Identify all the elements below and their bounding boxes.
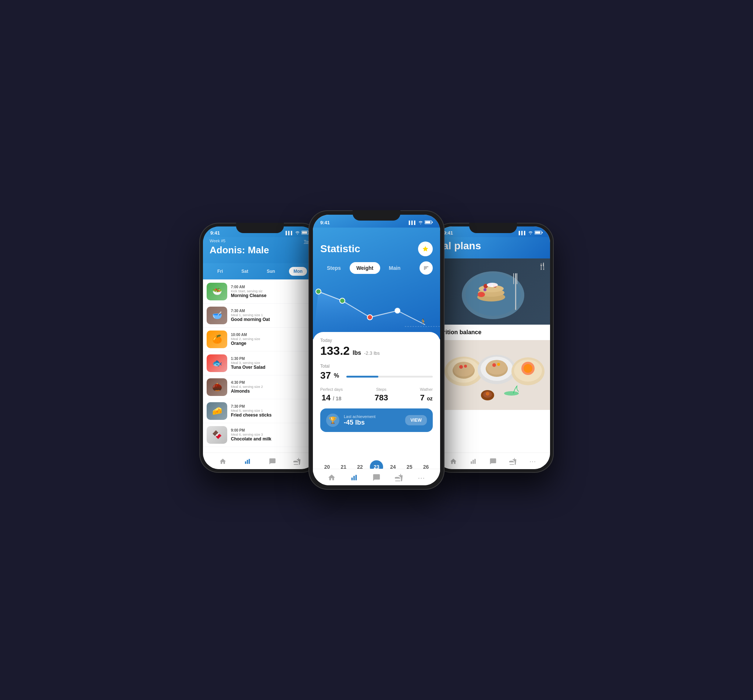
meal-thumb-1: 🥣 <box>207 306 227 324</box>
days-row: Fri Sat Sun Mon <box>203 263 317 280</box>
right-nav-chat[interactable] <box>488 456 498 466</box>
meal-time-2: 10:00 AM <box>231 333 313 337</box>
star-button[interactable] <box>418 242 433 256</box>
center-nav-more[interactable]: ··· <box>417 473 426 482</box>
wifi-icon <box>295 231 300 235</box>
day-mon[interactable]: Mon <box>289 267 307 276</box>
meal-item[interactable]: 🥣 7:30 AM Meal 1, serving size 1 Good mo… <box>203 304 317 327</box>
svg-rect-56 <box>353 476 355 480</box>
svg-point-52 <box>395 308 400 313</box>
meal-name-3: Tuna Over Salad <box>231 365 313 370</box>
nav-meals-icon[interactable] <box>292 456 302 466</box>
meal-item[interactable]: 🐟 1:30 PM Meal 3, serving size Tuna Over… <box>203 352 317 375</box>
chart-svg: 🏃 <box>313 281 440 339</box>
perfect-days-label: Perfect days <box>320 387 343 392</box>
water-stat: Wather 7 oz <box>420 387 433 403</box>
tabs-row: Steps Weight Main <box>320 261 433 275</box>
today-weight-row: Today 133.2 lbs -2.3 lbs <box>320 338 433 358</box>
achievement-text: Last achievement -45 lbs <box>344 414 401 427</box>
day-sat[interactable]: Sat <box>237 267 253 276</box>
left-bottom-nav <box>203 453 317 469</box>
total-progress-row: Total 37 % <box>320 364 433 381</box>
user-name: Adonis: Male <box>209 244 310 256</box>
svg-point-17 <box>483 288 486 291</box>
svg-rect-8 <box>542 232 543 233</box>
meal-time-1: 7:30 AM <box>231 309 313 313</box>
center-header: Statistic Steps Weight Main <box>313 228 440 339</box>
right-status-time: 9:41 <box>444 230 453 236</box>
tab-steps[interactable]: Steps <box>320 262 347 274</box>
meal-thumb-2: 🍊 <box>207 331 227 348</box>
svg-rect-55 <box>351 478 353 480</box>
meal-sub-1: Meal 1, serving size 1 <box>231 313 313 317</box>
day-sun[interactable]: Sun <box>262 267 280 276</box>
svg-rect-4 <box>247 460 248 464</box>
right-wifi-icon <box>528 231 533 235</box>
tab-main[interactable]: Main <box>383 262 408 274</box>
right-nav-stats[interactable] <box>469 456 478 466</box>
svg-rect-57 <box>355 475 357 481</box>
steps-stat: Steps 783 <box>375 387 388 403</box>
svg-rect-7 <box>535 231 541 234</box>
progress-fill <box>346 376 378 378</box>
svg-point-49 <box>316 289 321 294</box>
meal-info-6: 9:00 PM Meal 6, serving size 3 Chocolate… <box>231 428 313 442</box>
view-button[interactable]: VIEW <box>405 415 427 425</box>
tab-weight[interactable]: Weight <box>350 262 380 274</box>
food-image-top: 🍴 <box>436 258 550 325</box>
svg-point-42 <box>486 392 489 395</box>
meal-info-3: 1:30 PM Meal 3, serving size Tuna Over S… <box>231 356 313 370</box>
meal-time-5: 7:30 PM <box>231 405 313 408</box>
center-status-icons: ▌▌▌ <box>409 220 433 225</box>
svg-point-18 <box>487 283 498 287</box>
svg-point-50 <box>340 298 345 303</box>
meal-info-2: 10:00 AM Meal 2, serving size Orange <box>231 333 313 346</box>
progress-track <box>346 376 433 378</box>
svg-rect-22 <box>517 273 517 284</box>
achievement-card: 🏆 Last achievement -45 lbs VIEW <box>320 408 433 432</box>
phone-center: 9:41 ▌▌▌ Statistic <box>308 210 445 490</box>
filter-button[interactable] <box>420 261 433 275</box>
nutrition-balance-section: trition balance <box>436 325 550 340</box>
meal-item[interactable]: 🍊 10:00 AM Meal 2, serving size Orange <box>203 328 317 351</box>
meal-info-4: 4:30 PM Meal 4, serving size 2 Almonds <box>231 381 313 394</box>
nav-home-icon[interactable] <box>218 456 228 466</box>
svg-point-19 <box>478 292 485 297</box>
meal-item[interactable]: 🧀 7:30 PM Meal 5, serving size 1 Fried c… <box>203 399 317 423</box>
center-nav-chat[interactable] <box>372 473 381 482</box>
meal-item[interactable]: 🍫 9:00 PM Meal 6, serving size 3 Chocola… <box>203 423 317 447</box>
day-fri[interactable]: Fri <box>213 267 227 276</box>
center-nav-home[interactable] <box>327 473 336 482</box>
left-status-icons: ▌▌▌ <box>286 231 309 235</box>
total-label: Total <box>320 364 433 369</box>
svg-rect-48 <box>432 222 433 223</box>
meal-thumb-0: 🥗 <box>207 283 227 300</box>
meal-sub-2: Meal 2, serving size <box>231 337 313 341</box>
food-image-bottom <box>436 340 550 410</box>
right-notch <box>469 223 517 233</box>
nav-stats-icon[interactable] <box>243 456 252 466</box>
center-nav-stats[interactable] <box>349 473 359 482</box>
phone-left: 9:41 ▌▌▌ Week #5 Tod Adonis: Male <box>199 223 320 473</box>
percent-sign: % <box>334 372 339 379</box>
meal-sub-4: Meal 4, serving size 2 <box>231 385 313 389</box>
meal-time-4: 4:30 PM <box>231 381 313 384</box>
svg-point-28 <box>464 365 467 368</box>
fork-knife-decoration: 🍴 <box>538 262 546 270</box>
meal-item[interactable]: 🥗 7:00 AM Kick Start, serving siz Mornin… <box>203 280 317 303</box>
meal-time-6: 9:00 PM <box>231 428 313 432</box>
svg-rect-45 <box>474 459 475 464</box>
meal-name-4: Almonds <box>231 389 313 394</box>
today-label: Today <box>320 338 433 343</box>
svg-point-26 <box>453 362 474 377</box>
nav-chat-icon[interactable] <box>268 456 277 466</box>
meal-info-1: 7:30 AM Meal 1, serving size 1 Good morn… <box>231 309 313 322</box>
meal-item[interactable]: 🌰 4:30 PM Meal 4, serving size 2 Almonds <box>203 375 317 399</box>
right-nav-home[interactable] <box>448 456 458 466</box>
svg-rect-3 <box>245 461 246 464</box>
center-wifi-icon <box>418 220 423 225</box>
right-nav-meals[interactable] <box>508 456 518 466</box>
food-plate-svg <box>453 262 533 321</box>
center-nav-meals[interactable] <box>394 473 404 482</box>
right-nav-more[interactable]: ··· <box>528 456 537 466</box>
